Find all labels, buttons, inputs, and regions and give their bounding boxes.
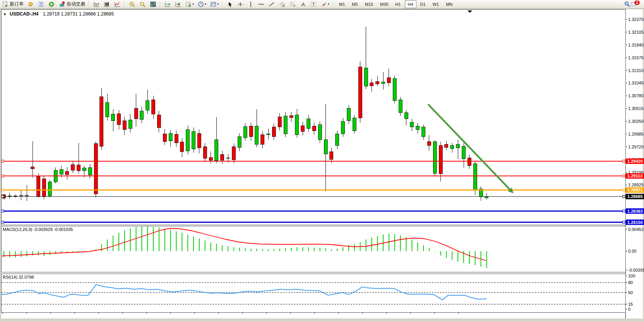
candle (353, 118, 356, 131)
macd-tick-label: -0.003913 (628, 268, 644, 272)
candle (422, 127, 425, 137)
candle (307, 119, 310, 129)
chart-shift-icon (175, 1, 182, 7)
line-handle[interactable] (2, 175, 4, 177)
template-button[interactable]: ▾ (209, 0, 220, 8)
line-axis-handle (623, 221, 625, 224)
timeframe-button-m1[interactable]: M1 (336, 0, 348, 8)
fibo-button[interactable]: F (288, 0, 298, 8)
candle (278, 117, 281, 127)
text-button[interactable]: A (298, 0, 308, 8)
new-chart-icon (185, 1, 192, 7)
time-tick-label: 7 Jul 08:00 (170, 318, 191, 319)
toolbar-separator (159, 1, 162, 8)
time-tick-label: 8 Jul 16:00 (218, 318, 239, 319)
line-axis-handle (623, 175, 625, 177)
auto-scroll-button[interactable] (163, 0, 173, 8)
chevron-down-icon: ▾ (205, 2, 206, 6)
timeframe-button-m15[interactable]: M15 (362, 0, 376, 8)
chart-shift-button[interactable] (173, 0, 183, 8)
fibo-icon: F (289, 1, 296, 7)
zoom-out-button[interactable] (138, 0, 147, 8)
candle (169, 133, 172, 141)
hline-button[interactable] (257, 0, 266, 8)
chevron-down-icon: ▾ (328, 2, 329, 6)
timeframe-button-h4[interactable]: H4 (405, 0, 416, 8)
price-tick-label: 1.31840 (628, 43, 644, 47)
time-tick-label: 6 Jul 00:00 (122, 318, 143, 319)
vline-button[interactable] (246, 0, 256, 8)
candle (445, 145, 448, 147)
bar-chart-button[interactable] (92, 0, 101, 8)
timeframe-button-m30[interactable]: M30 (377, 0, 391, 8)
line-handle[interactable] (2, 210, 4, 212)
candle (157, 115, 161, 127)
chart-window[interactable]: ▼ USDCAD-,H4 1.28719 1.28731 1.28666 1.2… (0, 9, 644, 319)
price-tick-label: 1.30515 (628, 106, 644, 111)
toolbar-separator (88, 1, 91, 8)
time-tick-label: 18 Jul 00:00 (410, 318, 433, 319)
profile-button[interactable] (36, 0, 46, 8)
candle (261, 135, 264, 145)
chevron-down-icon[interactable]: ▼ (3, 12, 7, 16)
candle (324, 139, 327, 154)
line-chart-button[interactable] (113, 0, 122, 8)
candle (209, 157, 212, 160)
toolbar-separator (221, 1, 224, 8)
label-button[interactable]: T (309, 0, 319, 8)
candle (295, 115, 299, 135)
line-handle[interactable] (2, 195, 4, 198)
crosshair-button[interactable] (236, 0, 245, 8)
candle (243, 127, 247, 138)
new-order-button[interactable]: 新订单 (0, 0, 25, 8)
autotrade-button[interactable]: 自动交易 (57, 0, 87, 8)
seal-button[interactable] (26, 0, 36, 8)
candle (473, 164, 477, 189)
line-handle[interactable] (2, 221, 4, 224)
channel-icon: E (279, 1, 286, 7)
period-button[interactable]: ▾ (196, 0, 208, 8)
new-chart-button[interactable]: ▾ (184, 0, 195, 8)
line-chart-icon (114, 1, 121, 7)
candle-chart-icon (104, 1, 110, 7)
zoom-in-button[interactable] (127, 0, 137, 8)
trendline-button[interactable] (267, 0, 277, 8)
timeframe-label: M5 (350, 2, 359, 7)
time-tick-label: 12 Jul 16:00 (290, 318, 313, 319)
chart-canvas[interactable]: 1.323701.321051.318401.315751.313101.310… (0, 9, 644, 319)
candle (387, 77, 391, 83)
timeframe-button-h1[interactable]: H1 (392, 0, 404, 8)
time-tick-label: 12 Jul 00:00 (266, 318, 289, 319)
candle (25, 195, 29, 196)
channel-button[interactable]: E (277, 0, 287, 8)
arrows-button[interactable]: ▾ (319, 0, 331, 8)
candle (14, 196, 17, 196)
timeframe-label: W1 (431, 2, 441, 7)
svg-text:E: E (283, 5, 285, 7)
price-tick-label: 1.31575 (628, 55, 644, 60)
candle (94, 143, 98, 194)
broadcast-button[interactable] (47, 0, 57, 8)
timeframe-button-w1[interactable]: W1 (430, 0, 442, 8)
arrows-icon (321, 1, 327, 7)
candle (42, 179, 46, 197)
price-tick-label: 1.30780 (628, 93, 644, 98)
line-handle[interactable] (2, 160, 4, 162)
cursor-button[interactable] (225, 0, 235, 8)
candle (31, 167, 34, 169)
candle-chart-button[interactable] (102, 0, 112, 8)
candle (330, 152, 333, 159)
timeframe-label: M1 (337, 2, 346, 7)
search-icon[interactable] (624, 1, 630, 7)
timeframe-button-m5[interactable]: M5 (349, 0, 361, 8)
template-icon (210, 1, 217, 7)
chevron-down-icon: ▾ (192, 2, 194, 6)
tile-windows-button[interactable] (148, 0, 158, 8)
timeframe-button-d1[interactable]: D1 (417, 0, 429, 8)
line-handle[interactable] (2, 189, 4, 191)
price-tick-label: 1.30250 (628, 119, 644, 124)
candle (128, 120, 132, 128)
timeframe-button-mn[interactable]: MN (443, 0, 456, 8)
candle (427, 141, 431, 145)
svg-text:A: A (301, 2, 305, 7)
